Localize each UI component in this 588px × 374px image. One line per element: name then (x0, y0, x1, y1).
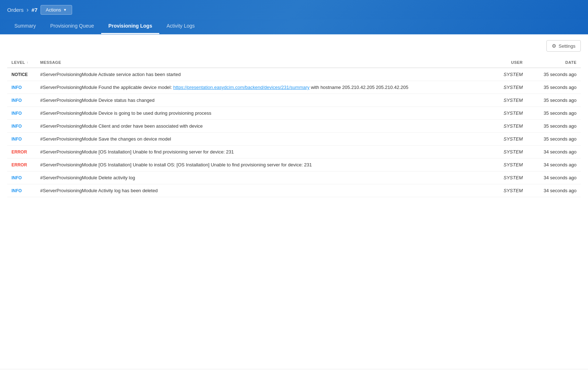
date-cell: 35 seconds ago (527, 107, 581, 120)
user-cell: SYSTEM (491, 120, 527, 133)
settings-button[interactable]: ⚙ Settings (546, 40, 581, 52)
tab-activity-logs[interactable]: Activity Logs (159, 19, 202, 34)
gear-icon: ⚙ (552, 43, 556, 49)
level-badge: INFO (11, 137, 22, 142)
tab-provisioning-logs[interactable]: Provisioning Logs (101, 19, 159, 34)
date-header-label: DATE (565, 60, 577, 65)
user-cell: SYSTEM (491, 158, 527, 171)
message-cell: #ServerProvisioningModule Save the chang… (36, 133, 491, 146)
table-row: INFO#ServerProvisioningModule Delete act… (7, 171, 581, 184)
message-cell: #ServerProvisioningModule [OS Installati… (36, 158, 491, 171)
table-row: ERROR#ServerProvisioningModule [OS Insta… (7, 146, 581, 158)
sort-up-icon: ↑ (27, 61, 29, 65)
actions-label: Actions (46, 7, 61, 13)
table-row: NOTICE#ServerProvisioningModule Activate… (7, 68, 581, 81)
date-cell: 35 seconds ago (527, 94, 581, 107)
table-row: INFO#ServerProvisioningModule Device is … (7, 107, 581, 120)
date-cell: 35 seconds ago (527, 133, 581, 146)
level-badge: ERROR (11, 162, 27, 167)
level-badge: INFO (11, 175, 22, 180)
message-cell: #ServerProvisioningModule Found the appl… (36, 81, 491, 94)
table-row: INFO#ServerProvisioningModule Activity l… (7, 184, 581, 197)
message-cell: #ServerProvisioningModule Activity log h… (36, 184, 491, 197)
tab-bar: Summary Provisioning Queue Provisioning … (0, 19, 588, 34)
message-link[interactable]: https://presentation.easydcim.com/backen… (173, 85, 310, 90)
user-cell: SYSTEM (491, 81, 527, 94)
top-bar: Orders › #7 Actions ▼ (0, 0, 588, 19)
tab-provisioning-queue[interactable]: Provisioning Queue (43, 19, 101, 34)
user-cell: SYSTEM (491, 94, 527, 107)
table-row: INFO#ServerProvisioningModule Client and… (7, 120, 581, 133)
col-header-level[interactable]: LEVEL ↑ (7, 57, 36, 68)
breadcrumb: Orders › #7 (7, 6, 38, 14)
chevron-down-icon: ▼ (63, 8, 67, 12)
table-row: INFO#ServerProvisioningModule Save the c… (7, 133, 581, 146)
date-cell: 35 seconds ago (527, 81, 581, 94)
level-badge: INFO (11, 85, 22, 90)
user-cell: SYSTEM (491, 184, 527, 197)
level-badge: INFO (11, 124, 22, 129)
user-cell: SYSTEM (491, 171, 527, 184)
message-cell: #ServerProvisioningModule Client and ord… (36, 120, 491, 133)
level-badge: NOTICE (11, 72, 28, 77)
user-cell: SYSTEM (491, 68, 527, 81)
col-header-user: USER (491, 57, 527, 68)
level-badge: INFO (11, 188, 22, 193)
message-header-label: MESSAGE (40, 60, 61, 65)
actions-button[interactable]: Actions ▼ (41, 5, 72, 15)
log-table: LEVEL ↑ MESSAGE USER DATE NOTICE#ServerP… (7, 57, 581, 197)
user-cell: SYSTEM (491, 146, 527, 158)
level-badge: INFO (11, 98, 22, 103)
breadcrumb-orders[interactable]: Orders (7, 7, 24, 13)
main-content: ⚙ Settings LEVEL ↑ MESSAGE USER (0, 34, 588, 369)
pagination-bar: ‹ 1 2 3 › Showing 1 to 10 of 25 entries … (0, 369, 588, 374)
user-cell: SYSTEM (491, 133, 527, 146)
breadcrumb-id: #7 (32, 7, 38, 13)
date-cell: 34 seconds ago (527, 158, 581, 171)
level-badge: INFO (11, 111, 22, 116)
table-row: ERROR#ServerProvisioningModule [OS Insta… (7, 158, 581, 171)
user-header-label: USER (511, 60, 523, 65)
message-cell: #ServerProvisioningModule Delete activit… (36, 171, 491, 184)
message-cell: #ServerProvisioningModule Activate servi… (36, 68, 491, 81)
user-cell: SYSTEM (491, 107, 527, 120)
col-header-message: MESSAGE (36, 57, 491, 68)
toolbar: ⚙ Settings (7, 40, 581, 52)
level-badge: ERROR (11, 150, 27, 155)
date-cell: 35 seconds ago (527, 120, 581, 133)
date-cell: 34 seconds ago (527, 171, 581, 184)
date-cell: 34 seconds ago (527, 184, 581, 197)
message-cell: #ServerProvisioningModule Device status … (36, 94, 491, 107)
tab-summary[interactable]: Summary (7, 19, 43, 34)
date-cell: 35 seconds ago (527, 68, 581, 81)
date-cell: 34 seconds ago (527, 146, 581, 158)
table-row: INFO#ServerProvisioningModule Device sta… (7, 94, 581, 107)
level-header-label: LEVEL (11, 60, 25, 65)
table-row: INFO#ServerProvisioningModule Found the … (7, 81, 581, 94)
message-cell: #ServerProvisioningModule [OS Installati… (36, 146, 491, 158)
settings-label: Settings (559, 43, 575, 49)
col-header-date: DATE (527, 57, 581, 68)
breadcrumb-separator: › (27, 6, 29, 14)
message-cell: #ServerProvisioningModule Device is goin… (36, 107, 491, 120)
